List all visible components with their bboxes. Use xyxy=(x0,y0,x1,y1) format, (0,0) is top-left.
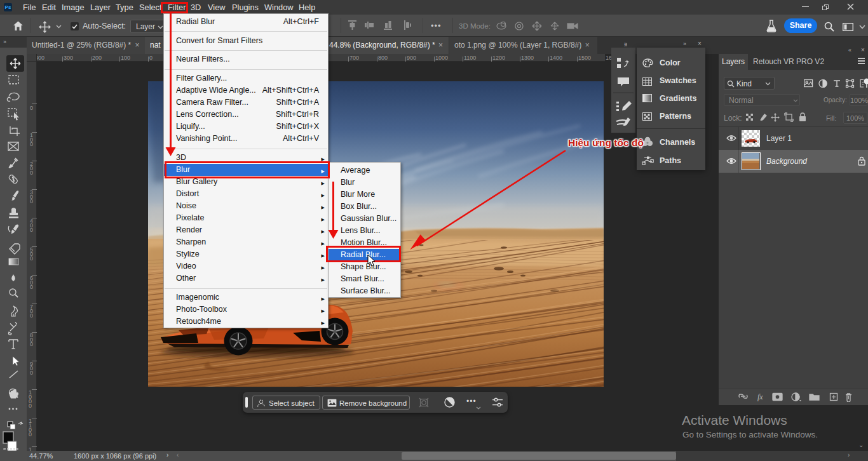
svg-text:fx: fx xyxy=(757,392,763,401)
